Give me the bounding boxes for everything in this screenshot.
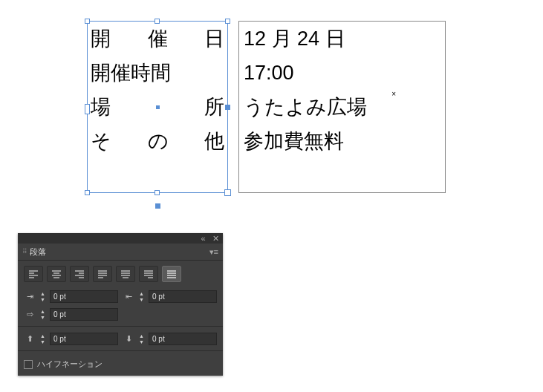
justify-center-button[interactable] — [116, 266, 135, 282]
stepper[interactable]: ▲▼ — [137, 332, 146, 345]
indent-left-icon: ⇥ — [24, 292, 36, 301]
indent-left-input[interactable] — [50, 290, 118, 303]
collapse-icon[interactable]: « — [199, 235, 207, 243]
first-line-indent-icon: ⇨ — [24, 310, 36, 319]
panel-menu-icon[interactable]: ▾≡ — [209, 247, 218, 257]
value-row: 17:00 — [239, 56, 445, 90]
stepper[interactable]: ▲▼ — [39, 332, 47, 345]
space-before-input[interactable] — [50, 333, 118, 345]
stepper[interactable]: ▲▼ — [137, 290, 146, 303]
label-row: 開催日 — [88, 22, 227, 56]
value-row: うたよみ広場 — [239, 90, 445, 124]
justify-right-button[interactable] — [139, 266, 158, 282]
label-row: 開催時間 — [88, 56, 227, 90]
selection-handle[interactable] — [155, 19, 160, 24]
align-right-button[interactable] — [70, 266, 89, 282]
value-row: 12 月 24 日 — [239, 22, 445, 56]
space-after-input[interactable] — [149, 333, 217, 345]
stepper[interactable]: ▲▼ — [39, 290, 47, 303]
panel-titlebar[interactable]: « ✕ — [18, 233, 223, 244]
panel-tab[interactable]: 段落 — [30, 246, 46, 258]
justify-left-button[interactable] — [93, 266, 112, 282]
selection-handle[interactable] — [85, 104, 90, 114]
grip-icon[interactable]: ⠿ — [22, 248, 27, 255]
paragraph-panel[interactable]: « ✕ ⠿ 段落 ▾≡ ⇥ ▲▼ ⇤ ▲▼ ⇨ ▲▼ — [18, 233, 223, 376]
hyphenation-label: ハイフネーション — [37, 359, 103, 370]
close-icon[interactable]: ✕ — [212, 235, 220, 243]
align-left-button[interactable] — [24, 266, 43, 282]
align-center-button[interactable] — [47, 266, 66, 282]
value-row: 参加費無料 — [239, 124, 445, 158]
panel-tabbar: ⠿ 段落 ▾≡ — [18, 244, 223, 261]
selection-handle[interactable] — [155, 190, 160, 195]
indent-right-icon: ⇤ — [123, 292, 134, 301]
alignment-row — [18, 261, 223, 287]
label-row: その他 — [88, 124, 227, 158]
selection-handle[interactable] — [224, 189, 231, 196]
justify-full-button[interactable] — [162, 266, 181, 282]
selection-handle[interactable] — [85, 190, 90, 195]
hyphenation-checkbox[interactable] — [24, 360, 33, 369]
space-before-icon: ⬆ — [24, 334, 36, 344]
first-line-input[interactable] — [50, 308, 118, 321]
cursor-mark: × — [391, 90, 396, 98]
anchor-handle[interactable] — [155, 203, 160, 209]
indent-right-input[interactable] — [149, 290, 217, 303]
stepper[interactable]: ▲▼ — [39, 307, 47, 321]
center-point — [156, 105, 160, 109]
selection-handle[interactable] — [85, 19, 90, 24]
text-frame-values[interactable]: 12 月 24 日 17:00 うたよみ広場 参加費無料 × — [238, 21, 446, 193]
anchor-handle[interactable] — [225, 105, 230, 110]
text-frame-labels[interactable]: 開催日 開催時間 場所 その他 — [87, 21, 228, 193]
selection-handle[interactable] — [225, 19, 230, 24]
space-after-icon: ⬇ — [123, 334, 134, 344]
